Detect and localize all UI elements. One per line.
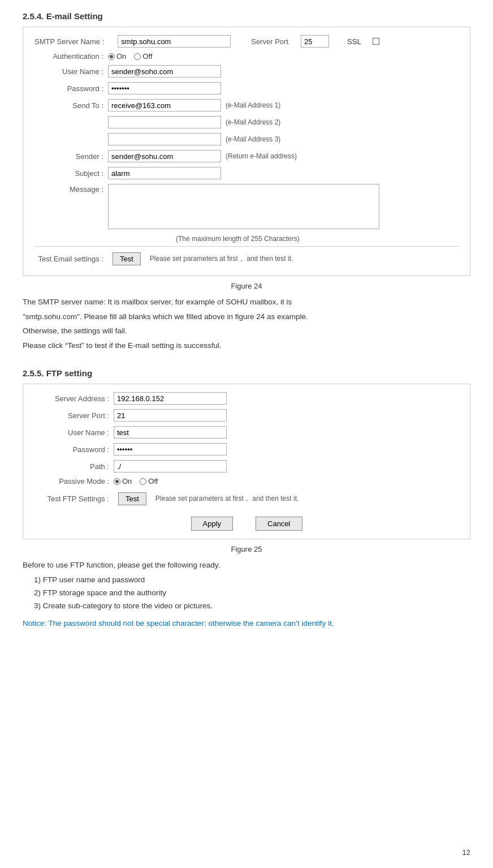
test-email-row: Test Email settings : Test Please set pa… (34, 249, 459, 268)
ftp-list3: 3) Create sub-category to store the vide… (34, 600, 470, 613)
ftp-username-row: User Name : (34, 426, 459, 439)
passive-off-option[interactable]: Off (140, 477, 158, 485)
max-length-note: (The maximum length of 255 Characters) (34, 234, 459, 244)
email-username-label: User Name : (34, 67, 108, 76)
test-email-hint: Please set parameters at first， and then… (150, 254, 293, 264)
ftp-password-label: Password : (34, 445, 114, 454)
smtp-label: SMTP Server Name : (34, 37, 109, 46)
smtp-input[interactable] (118, 35, 231, 48)
message-textarea[interactable] (108, 184, 379, 229)
ftp-server-address-row: Server Address : (34, 392, 459, 405)
body-text2: "smtp.sohu.com". Please fill all blanks … (23, 311, 470, 323)
passive-off-radio[interactable] (140, 478, 146, 485)
email3-note: (e-Mail Address 3) (226, 135, 280, 143)
sender-label: Sender : (34, 152, 108, 161)
return-email-note: (Return e-Mail address) (226, 152, 297, 160)
page-number: 12 (462, 848, 470, 857)
ftp-username-label: User Name : (34, 428, 114, 437)
ftp-server-address-label: Server Address : (34, 394, 114, 403)
sender-row: Sender : (Return e-Mail address) (34, 150, 459, 162)
ftp-text1: Before to use FTP function, please get t… (23, 559, 470, 571)
auth-off-radio[interactable] (134, 53, 141, 60)
section2-title: 2.5.5. FTP setting (23, 368, 470, 378)
notice-text: Notice: The password should not be speci… (23, 617, 470, 630)
server-port-input[interactable] (301, 35, 329, 48)
ftp-path-label: Path : (34, 462, 114, 471)
test-ftp-row: Test FTP Settings : Test Please set para… (34, 490, 459, 508)
ftp-list1: 1) FTP user name and password (34, 574, 470, 587)
figure25-caption: Figure 25 (23, 545, 470, 553)
ftp-server-port-input[interactable] (114, 409, 227, 422)
email-username-input[interactable] (108, 65, 221, 78)
message-label: Message : (34, 184, 108, 194)
subject-input[interactable] (108, 167, 221, 179)
subject-row: Subject : (34, 167, 459, 179)
figure24-caption: Figure 24 (23, 282, 470, 290)
auth-radio-group: On Off (108, 52, 152, 61)
passive-off-label: Off (148, 477, 158, 485)
email-password-row: Password : (34, 82, 459, 94)
smtp-server-row: SMTP Server Name : Server Port SSL (34, 35, 459, 48)
apply-button[interactable]: Apply (191, 517, 233, 531)
ftp-path-row: Path : (34, 460, 459, 472)
test-ftp-button[interactable]: Test (118, 492, 146, 505)
ftp-password-row: Password : (34, 443, 459, 456)
sendto-input1[interactable] (108, 99, 221, 111)
email1-note: (e-Mail Address 1) (226, 101, 280, 109)
sendto-label: Send To : (34, 101, 108, 110)
ftp-form-box: Server Address : Server Port : User Name… (23, 384, 470, 539)
ssl-label: SSL (347, 37, 361, 46)
passive-on-radio[interactable] (114, 478, 120, 485)
ftp-server-port-row: Server Port : (34, 409, 459, 422)
sendto-row1: Send To : (e-Mail Address 1) (34, 99, 459, 111)
sendto-row3: (e-Mail Address 3) (34, 133, 459, 145)
test-email-label: Test Email settings : (34, 255, 108, 263)
server-port-label: Server Port (251, 37, 288, 46)
ftp-server-port-label: Server Port : (34, 411, 114, 420)
auth-on-radio[interactable] (108, 53, 115, 60)
body-text3: Otherwise, the settings will fail. (23, 325, 470, 337)
passive-on-label: On (122, 477, 132, 485)
ftp-path-input[interactable] (114, 460, 227, 472)
ftp-password-input[interactable] (114, 443, 227, 456)
passive-mode-radio-group: On Off (114, 477, 158, 485)
test-email-button[interactable]: Test (113, 252, 141, 265)
test-ftp-label: Test FTP Settings : (34, 495, 114, 503)
sendto-input3[interactable] (108, 133, 221, 145)
ftp-list2: 2) FTP storage space and the authority (34, 587, 470, 600)
sender-input[interactable] (108, 150, 221, 162)
sendto-input2[interactable] (108, 116, 221, 128)
cancel-button[interactable]: Cancel (256, 517, 302, 531)
ftp-server-address-input[interactable] (114, 392, 227, 405)
sendto-row2: (e-Mail Address 2) (34, 116, 459, 128)
auth-label: Authentication : (34, 52, 108, 61)
ssl-checkbox[interactable] (373, 38, 379, 45)
ftp-action-row: Apply Cancel (34, 513, 459, 531)
passive-mode-label: Passive Mode : (34, 477, 114, 485)
email-password-label: Password : (34, 84, 108, 93)
test-ftp-hint: Please set parameters at first， and then… (155, 494, 299, 504)
auth-on-option[interactable]: On (108, 52, 126, 61)
message-row: Message : (34, 184, 459, 229)
email-form-box: SMTP Server Name : Server Port SSL Authe… (23, 27, 470, 276)
section1-title: 2.5.4. E-mail Setting (23, 11, 470, 21)
auth-off-label: Off (142, 52, 152, 61)
auth-on-label: On (116, 52, 126, 61)
subject-label: Subject : (34, 169, 108, 178)
email-username-row: User Name : (34, 65, 459, 78)
body-text1: The SMTP server name: It is mailbox serv… (23, 296, 470, 308)
email-divider (34, 246, 459, 247)
auth-off-option[interactable]: Off (134, 52, 152, 61)
email2-note: (e-Mail Address 2) (226, 118, 280, 126)
auth-row: Authentication : On Off (34, 52, 459, 61)
passive-mode-row: Passive Mode : On Off (34, 477, 459, 485)
body-text4: Please click “Test” to test if the E-mai… (23, 340, 470, 352)
passive-on-option[interactable]: On (114, 477, 132, 485)
email-password-input[interactable] (108, 82, 221, 94)
ftp-username-input[interactable] (114, 426, 227, 439)
